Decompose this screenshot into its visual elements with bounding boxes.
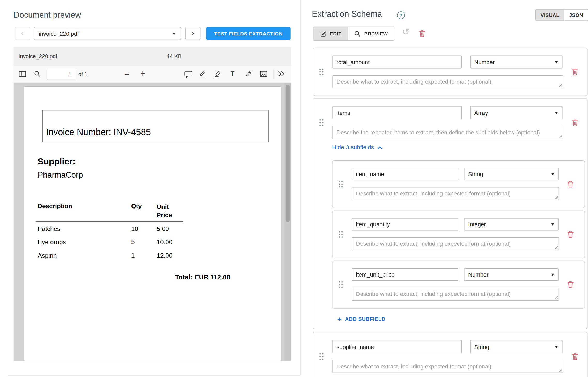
doc-cell-description: Eye drops: [38, 238, 66, 246]
doc-table-header: Description: [38, 202, 72, 210]
signature-tool-icon[interactable]: [199, 70, 206, 78]
test-fields-extraction-button[interactable]: TEST FIELDS EXTRACTION: [206, 27, 291, 40]
prev-document-button[interactable]: ‹: [15, 27, 30, 40]
hide-subfields-label: Hide 3 subfields: [332, 144, 374, 151]
field-name-input[interactable]: [332, 56, 462, 69]
pdf-file-name: invoice_220.pdf: [19, 53, 57, 60]
zoom-out-button[interactable]: −: [124, 70, 129, 78]
field-name-input[interactable]: [332, 106, 462, 119]
view-toggle: VISUAL JSON: [535, 9, 588, 21]
doc-cell-qty: 1: [131, 252, 135, 259]
doc-table-rule: [36, 221, 183, 222]
field-type-select[interactable]: String: [470, 340, 562, 353]
zoom-in-button[interactable]: +: [140, 70, 145, 78]
delete-field-trash-icon[interactable]: [571, 119, 579, 127]
doc-cell-unit-price: 12.00: [157, 252, 172, 259]
delete-subfield-trash-icon[interactable]: [567, 280, 574, 288]
help-icon[interactable]: ?: [397, 11, 405, 19]
plus-icon: +: [337, 315, 342, 323]
doc-table-row: Patches 10 5.00: [38, 225, 201, 234]
subfield-type-select[interactable]: Integer: [464, 218, 559, 230]
subfield-card: Integer: [332, 211, 585, 258]
doc-cell-description: Patches: [38, 225, 60, 233]
tab-preview[interactable]: PREVIEW: [348, 27, 394, 40]
field-description-textarea[interactable]: [332, 75, 563, 88]
doc-total-line: Total: EUR 112.00: [175, 273, 230, 281]
drag-handle-icon[interactable]: [339, 180, 343, 188]
tab-json[interactable]: JSON: [564, 10, 588, 21]
page-number-input[interactable]: [47, 69, 75, 79]
delete-subfield-trash-icon[interactable]: [567, 180, 574, 188]
tab-edit[interactable]: EDIT: [313, 27, 348, 40]
field-description-textarea[interactable]: [332, 126, 563, 139]
document-preview-title: Document preview: [14, 10, 81, 19]
subfield-type-select[interactable]: Number: [464, 268, 559, 281]
invoice-number-text: Invoice Number: INV-4585: [46, 127, 151, 137]
doc-table-row: Eye drops 5 10.00: [38, 238, 201, 248]
sidebar-toggle-icon[interactable]: [19, 71, 26, 77]
subfield-description-textarea[interactable]: [352, 288, 559, 301]
subfield-name-input[interactable]: [352, 218, 458, 230]
delete-subfield-trash-icon[interactable]: [567, 230, 574, 238]
drag-handle-icon[interactable]: [319, 68, 324, 76]
chevron-left-icon: ‹: [21, 29, 24, 37]
document-preview-panel: Document preview ‹ invoice_220.pdf › TES…: [8, 0, 301, 375]
document-dropdown[interactable]: invoice_220.pdf: [34, 27, 181, 40]
field-type-value: Array: [474, 110, 488, 116]
doc-cell-unit-price: 10.00: [157, 238, 172, 246]
field-description-wrap: [332, 75, 563, 88]
field-type-value: Number: [474, 59, 495, 65]
add-subfield-button[interactable]: + ADD SUBFIELD: [337, 315, 386, 323]
text-tool-icon[interactable]: T: [231, 70, 235, 77]
caret-down-icon: [555, 112, 558, 114]
undo-icon[interactable]: ↺: [402, 27, 410, 37]
doc-cell-qty: 5: [131, 238, 135, 246]
caret-down-icon: [551, 223, 554, 226]
drag-handle-icon[interactable]: [319, 119, 324, 126]
viewer-scrollbar-track[interactable]: [284, 83, 291, 361]
caret-down-icon: [555, 346, 558, 348]
subfield-description-wrap: [352, 288, 559, 301]
highlighter-tool-icon[interactable]: [214, 70, 221, 77]
field-name-input[interactable]: [332, 340, 462, 353]
subfield-description-textarea[interactable]: [352, 187, 559, 200]
hide-subfields-toggle[interactable]: Hide 3 subfields: [332, 144, 383, 151]
viewer-scrollbar-thumb[interactable]: [286, 85, 290, 222]
next-document-button[interactable]: ›: [185, 27, 201, 40]
delete-field-trash-icon[interactable]: [571, 352, 579, 360]
pdf-file-size: 44 KB: [167, 53, 182, 60]
doc-table-row: Aspirin 1 12.00: [38, 252, 201, 261]
comment-tool-icon[interactable]: [184, 70, 192, 78]
subfield-name-input[interactable]: [352, 268, 458, 281]
image-tool-icon[interactable]: [260, 71, 267, 77]
drag-handle-icon[interactable]: [319, 353, 324, 360]
draw-tool-icon[interactable]: [245, 70, 252, 77]
doc-table-header: Unit Price: [157, 202, 175, 219]
subfield-name-input[interactable]: [352, 168, 458, 180]
field-description-wrap: [332, 126, 563, 139]
field-type-select[interactable]: Array: [470, 106, 562, 119]
field-type-value: String: [474, 343, 489, 350]
field-type-select[interactable]: Number: [470, 56, 562, 69]
subfield-type-value: Integer: [468, 221, 486, 228]
more-tools-icon[interactable]: [278, 71, 284, 77]
caret-down-icon: [173, 33, 176, 35]
delete-schema-trash-icon[interactable]: [418, 29, 426, 37]
tab-preview-label: PREVIEW: [364, 31, 388, 37]
field-description-textarea[interactable]: [332, 360, 563, 373]
page-count-label: of 1: [78, 71, 88, 77]
drag-handle-icon[interactable]: [339, 231, 343, 238]
drag-handle-icon[interactable]: [339, 281, 343, 288]
doc-table-header-row: Description Qty Unit Price: [38, 202, 201, 220]
subfield-type-value: Number: [468, 271, 488, 278]
subfield-description-textarea[interactable]: [352, 237, 559, 250]
doc-cell-unit-price: 5.00: [157, 225, 169, 233]
delete-field-trash-icon[interactable]: [571, 68, 579, 76]
toolbar-divider: [274, 70, 274, 79]
search-tool-icon[interactable]: [34, 70, 41, 78]
subfield-type-select[interactable]: String: [464, 168, 559, 180]
subfield-description-wrap: [352, 187, 559, 200]
tab-visual[interactable]: VISUAL: [536, 10, 564, 21]
extraction-schema-title: Extraction Schema: [312, 9, 382, 19]
mode-toggle: EDIT PREVIEW: [313, 27, 394, 41]
